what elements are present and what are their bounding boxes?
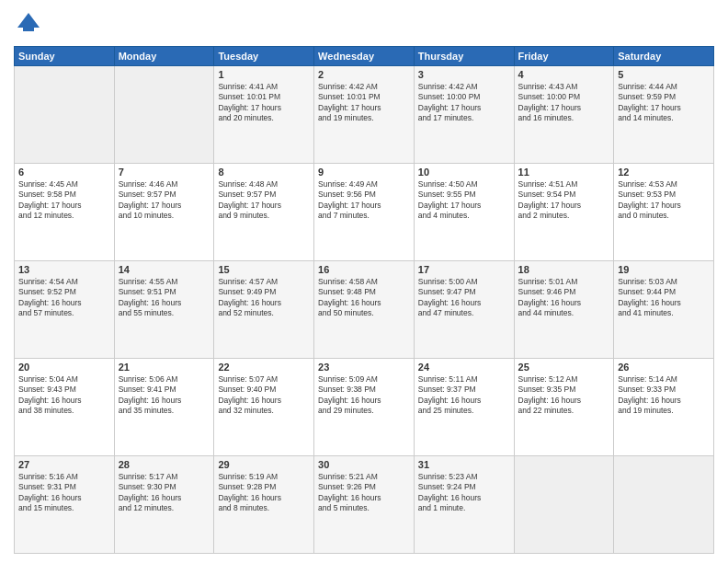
header [14,9,714,39]
calendar-cell: 8Sunrise: 4:48 AM Sunset: 9:57 PM Daylig… [214,164,314,261]
day-info: Sunrise: 4:42 AM Sunset: 10:00 PM Daylig… [418,82,510,124]
day-info: Sunrise: 5:01 AM Sunset: 9:46 PM Dayligh… [518,277,610,319]
day-number: 5 [618,69,710,80]
day-info: Sunrise: 4:53 AM Sunset: 9:53 PM Dayligh… [618,179,710,222]
day-number: 8 [218,167,310,178]
day-info: Sunrise: 4:49 AM Sunset: 9:56 PM Dayligh… [318,179,410,222]
day-info: Sunrise: 5:11 AM Sunset: 9:37 PM Dayligh… [418,374,510,417]
weekday-header-tuesday: Tuesday [214,47,314,66]
calendar-cell: 18Sunrise: 5:01 AM Sunset: 9:46 PM Dayli… [514,261,614,359]
day-info: Sunrise: 5:14 AM Sunset: 9:33 PM Dayligh… [618,374,710,417]
day-number: 26 [618,362,710,373]
day-number: 7 [119,167,210,178]
calendar-cell: 5Sunrise: 4:44 AM Sunset: 9:59 PM Daylig… [614,66,714,164]
calendar-cell: 16Sunrise: 4:58 AM Sunset: 9:48 PM Dayli… [314,261,415,359]
calendar-cell: 23Sunrise: 5:09 AM Sunset: 9:38 PM Dayli… [314,359,415,456]
calendar-cell: 31Sunrise: 5:23 AM Sunset: 9:24 PM Dayli… [414,456,514,554]
calendar-cell: 24Sunrise: 5:11 AM Sunset: 9:37 PM Dayli… [414,359,514,456]
day-info: Sunrise: 5:12 AM Sunset: 9:35 PM Dayligh… [518,374,610,417]
calendar-cell: 4Sunrise: 4:43 AM Sunset: 10:00 PM Dayli… [514,66,614,164]
day-number: 19 [618,264,710,275]
logo [14,9,47,39]
calendar-cell: 26Sunrise: 5:14 AM Sunset: 9:33 PM Dayli… [614,359,714,456]
day-number: 6 [18,167,110,178]
calendar-cell: 17Sunrise: 5:00 AM Sunset: 9:47 PM Dayli… [414,261,514,359]
calendar-cell: 21Sunrise: 5:06 AM Sunset: 9:41 PM Dayli… [114,359,214,456]
weekday-header-monday: Monday [114,47,214,66]
day-number: 28 [119,459,210,470]
weekday-header-wednesday: Wednesday [314,47,415,66]
day-number: 30 [318,459,410,470]
day-info: Sunrise: 4:55 AM Sunset: 9:51 PM Dayligh… [119,277,210,319]
calendar-week-row: 20Sunrise: 5:04 AM Sunset: 9:43 PM Dayli… [15,359,714,456]
calendar-cell [114,66,214,164]
day-info: Sunrise: 4:54 AM Sunset: 9:52 PM Dayligh… [18,277,110,319]
day-info: Sunrise: 4:48 AM Sunset: 9:57 PM Dayligh… [218,179,310,222]
weekday-header-friday: Friday [514,47,614,66]
day-number: 18 [518,264,610,275]
weekday-header-sunday: Sunday [15,47,115,66]
day-info: Sunrise: 4:50 AM Sunset: 9:55 PM Dayligh… [418,179,510,222]
day-info: Sunrise: 5:17 AM Sunset: 9:30 PM Dayligh… [119,472,210,514]
calendar-cell: 28Sunrise: 5:17 AM Sunset: 9:30 PM Dayli… [114,456,214,554]
day-info: Sunrise: 5:19 AM Sunset: 9:28 PM Dayligh… [218,472,310,514]
calendar-cell: 12Sunrise: 4:53 AM Sunset: 9:53 PM Dayli… [614,164,714,261]
day-info: Sunrise: 5:04 AM Sunset: 9:43 PM Dayligh… [18,374,110,417]
day-number: 24 [418,362,510,373]
day-info: Sunrise: 5:06 AM Sunset: 9:41 PM Dayligh… [119,374,210,417]
day-number: 27 [18,459,110,470]
svg-marker-0 [17,13,40,28]
day-number: 13 [18,264,110,275]
day-number: 31 [418,459,510,470]
calendar-cell: 29Sunrise: 5:19 AM Sunset: 9:28 PM Dayli… [214,456,314,554]
calendar-cell: 30Sunrise: 5:21 AM Sunset: 9:26 PM Dayli… [314,456,415,554]
day-number: 14 [119,264,210,275]
day-number: 25 [518,362,610,373]
calendar-cell: 11Sunrise: 4:51 AM Sunset: 9:54 PM Dayli… [514,164,614,261]
day-info: Sunrise: 4:45 AM Sunset: 9:58 PM Dayligh… [18,179,110,222]
day-number: 21 [119,362,210,373]
day-info: Sunrise: 4:42 AM Sunset: 10:01 PM Daylig… [318,82,410,124]
day-info: Sunrise: 4:43 AM Sunset: 10:00 PM Daylig… [518,82,610,124]
day-info: Sunrise: 4:44 AM Sunset: 9:59 PM Dayligh… [618,82,710,124]
calendar-cell: 27Sunrise: 5:16 AM Sunset: 9:31 PM Dayli… [15,456,115,554]
day-number: 12 [618,167,710,178]
calendar-cell: 3Sunrise: 4:42 AM Sunset: 10:00 PM Dayli… [414,66,514,164]
day-number: 16 [318,264,410,275]
day-number: 23 [318,362,410,373]
weekday-header-row: SundayMondayTuesdayWednesdayThursdayFrid… [15,47,714,66]
calendar-cell [614,456,714,554]
day-info: Sunrise: 5:23 AM Sunset: 9:24 PM Dayligh… [418,472,510,514]
calendar-cell: 25Sunrise: 5:12 AM Sunset: 9:35 PM Dayli… [514,359,614,456]
day-number: 20 [18,362,110,373]
calendar-cell: 22Sunrise: 5:07 AM Sunset: 9:40 PM Dayli… [214,359,314,456]
day-info: Sunrise: 5:16 AM Sunset: 9:31 PM Dayligh… [18,472,110,514]
calendar-week-row: 13Sunrise: 4:54 AM Sunset: 9:52 PM Dayli… [15,261,714,359]
weekday-header-saturday: Saturday [614,47,714,66]
calendar-cell: 20Sunrise: 5:04 AM Sunset: 9:43 PM Dayli… [15,359,115,456]
calendar-cell: 10Sunrise: 4:50 AM Sunset: 9:55 PM Dayli… [414,164,514,261]
calendar-cell: 9Sunrise: 4:49 AM Sunset: 9:56 PM Daylig… [314,164,415,261]
calendar-cell [15,66,115,164]
day-info: Sunrise: 4:57 AM Sunset: 9:49 PM Dayligh… [218,277,310,319]
calendar-cell: 6Sunrise: 4:45 AM Sunset: 9:58 PM Daylig… [15,164,115,261]
calendar-week-row: 27Sunrise: 5:16 AM Sunset: 9:31 PM Dayli… [15,456,714,554]
day-number: 17 [418,264,510,275]
day-number: 29 [218,459,310,470]
calendar-cell: 2Sunrise: 4:42 AM Sunset: 10:01 PM Dayli… [314,66,415,164]
logo-icon [14,9,43,39]
day-number: 2 [318,69,410,80]
day-number: 4 [518,69,610,80]
weekday-header-thursday: Thursday [414,47,514,66]
day-info: Sunrise: 4:58 AM Sunset: 9:48 PM Dayligh… [318,277,410,319]
svg-rect-1 [23,28,34,31]
day-info: Sunrise: 5:09 AM Sunset: 9:38 PM Dayligh… [318,374,410,417]
calendar-table: SundayMondayTuesdayWednesdayThursdayFrid… [14,46,714,554]
calendar-cell [514,456,614,554]
calendar-cell: 7Sunrise: 4:46 AM Sunset: 9:57 PM Daylig… [114,164,214,261]
day-number: 3 [418,69,510,80]
day-number: 22 [218,362,310,373]
calendar-cell: 1Sunrise: 4:41 AM Sunset: 10:01 PM Dayli… [214,66,314,164]
calendar-cell: 19Sunrise: 5:03 AM Sunset: 9:44 PM Dayli… [614,261,714,359]
day-info: Sunrise: 5:07 AM Sunset: 9:40 PM Dayligh… [218,374,310,417]
